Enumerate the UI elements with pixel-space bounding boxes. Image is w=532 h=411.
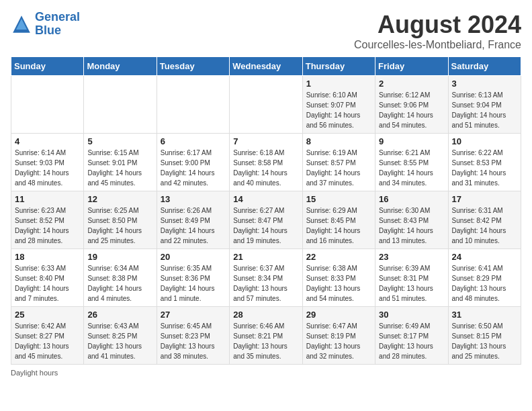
calendar-cell: 25Sunrise: 6:42 AMSunset: 8:27 PMDayligh… bbox=[11, 307, 84, 365]
day-info: Sunrise: 6:26 AMSunset: 8:49 PMDaylight:… bbox=[161, 205, 226, 246]
logo-icon bbox=[11, 13, 32, 35]
calendar-cell: 12Sunrise: 6:25 AMSunset: 8:50 PMDayligh… bbox=[84, 191, 157, 249]
day-info: Sunrise: 6:12 AMSunset: 9:06 PMDaylight:… bbox=[379, 90, 444, 130]
calendar-cell: 6Sunrise: 6:17 AMSunset: 9:00 PMDaylight… bbox=[157, 134, 229, 191]
day-header-thursday: Thursday bbox=[302, 57, 375, 76]
day-info: Sunrise: 6:37 AMSunset: 8:34 PMDaylight:… bbox=[233, 263, 298, 304]
day-number: 19 bbox=[87, 252, 152, 262]
calendar-cell: 7Sunrise: 6:18 AMSunset: 8:58 PMDaylight… bbox=[230, 134, 302, 191]
day-number: 10 bbox=[452, 136, 517, 146]
day-number: 3 bbox=[452, 79, 517, 89]
day-info: Sunrise: 6:29 AMSunset: 8:45 PMDaylight:… bbox=[306, 205, 371, 246]
footer-label: Daylight hours bbox=[11, 369, 521, 377]
day-number: 2 bbox=[379, 79, 444, 89]
day-number: 5 bbox=[87, 136, 152, 146]
calendar-cell: 14Sunrise: 6:27 AMSunset: 8:47 PMDayligh… bbox=[230, 191, 302, 249]
calendar-cell: 23Sunrise: 6:39 AMSunset: 8:31 PMDayligh… bbox=[375, 249, 448, 307]
calendar-cell bbox=[157, 76, 229, 134]
day-number: 13 bbox=[161, 194, 226, 204]
calendar-cell: 18Sunrise: 6:33 AMSunset: 8:40 PMDayligh… bbox=[11, 249, 84, 307]
calendar-cell bbox=[230, 76, 302, 134]
month-title: August 2024 bbox=[354, 11, 521, 39]
day-number: 1 bbox=[306, 79, 371, 89]
day-info: Sunrise: 6:14 AMSunset: 9:03 PMDaylight:… bbox=[15, 148, 80, 188]
day-number: 14 bbox=[233, 194, 298, 204]
calendar-cell: 24Sunrise: 6:41 AMSunset: 8:29 PMDayligh… bbox=[448, 249, 521, 307]
header-row: SundayMondayTuesdayWednesdayThursdayFrid… bbox=[11, 57, 521, 76]
day-header-monday: Monday bbox=[84, 57, 157, 76]
calendar-cell: 2Sunrise: 6:12 AMSunset: 9:06 PMDaylight… bbox=[375, 76, 448, 134]
day-info: Sunrise: 6:41 AMSunset: 8:29 PMDaylight:… bbox=[452, 263, 517, 304]
calendar-cell: 20Sunrise: 6:35 AMSunset: 8:36 PMDayligh… bbox=[157, 249, 229, 307]
calendar-cell: 9Sunrise: 6:21 AMSunset: 8:55 PMDaylight… bbox=[375, 134, 448, 191]
calendar-cell: 10Sunrise: 6:22 AMSunset: 8:53 PMDayligh… bbox=[448, 134, 521, 191]
day-number: 25 bbox=[15, 310, 80, 320]
calendar-cell: 8Sunrise: 6:19 AMSunset: 8:57 PMDaylight… bbox=[302, 134, 375, 191]
calendar-cell: 4Sunrise: 6:14 AMSunset: 9:03 PMDaylight… bbox=[11, 134, 84, 191]
day-number: 20 bbox=[161, 252, 226, 262]
day-number: 9 bbox=[379, 136, 444, 146]
day-info: Sunrise: 6:39 AMSunset: 8:31 PMDaylight:… bbox=[379, 263, 444, 304]
day-number: 17 bbox=[452, 194, 517, 204]
calendar-cell: 3Sunrise: 6:13 AMSunset: 9:04 PMDaylight… bbox=[448, 76, 521, 134]
week-row-3: 11Sunrise: 6:23 AMSunset: 8:52 PMDayligh… bbox=[11, 191, 521, 249]
day-info: Sunrise: 6:30 AMSunset: 8:43 PMDaylight:… bbox=[379, 205, 444, 246]
day-number: 29 bbox=[306, 310, 371, 320]
calendar-table: SundayMondayTuesdayWednesdayThursdayFrid… bbox=[11, 56, 521, 365]
day-info: Sunrise: 6:34 AMSunset: 8:38 PMDaylight:… bbox=[87, 263, 152, 304]
day-info: Sunrise: 6:45 AMSunset: 8:23 PMDaylight:… bbox=[161, 321, 226, 361]
day-header-friday: Friday bbox=[375, 57, 448, 76]
calendar-cell: 11Sunrise: 6:23 AMSunset: 8:52 PMDayligh… bbox=[11, 191, 84, 249]
day-info: Sunrise: 6:25 AMSunset: 8:50 PMDaylight:… bbox=[87, 205, 152, 246]
week-row-4: 18Sunrise: 6:33 AMSunset: 8:40 PMDayligh… bbox=[11, 249, 521, 307]
day-info: Sunrise: 6:15 AMSunset: 9:01 PMDaylight:… bbox=[87, 148, 152, 188]
calendar-cell: 5Sunrise: 6:15 AMSunset: 9:01 PMDaylight… bbox=[84, 134, 157, 191]
day-number: 15 bbox=[306, 194, 371, 204]
calendar-cell: 16Sunrise: 6:30 AMSunset: 8:43 PMDayligh… bbox=[375, 191, 448, 249]
calendar-cell: 27Sunrise: 6:45 AMSunset: 8:23 PMDayligh… bbox=[157, 307, 229, 365]
calendar-cell: 21Sunrise: 6:37 AMSunset: 8:34 PMDayligh… bbox=[230, 249, 302, 307]
day-info: Sunrise: 6:13 AMSunset: 9:04 PMDaylight:… bbox=[452, 90, 517, 130]
day-info: Sunrise: 6:47 AMSunset: 8:19 PMDaylight:… bbox=[306, 321, 371, 361]
calendar-cell: 19Sunrise: 6:34 AMSunset: 8:38 PMDayligh… bbox=[84, 249, 157, 307]
calendar-cell: 13Sunrise: 6:26 AMSunset: 8:49 PMDayligh… bbox=[157, 191, 229, 249]
day-number: 31 bbox=[452, 310, 517, 320]
day-number: 6 bbox=[161, 136, 226, 146]
day-info: Sunrise: 6:18 AMSunset: 8:58 PMDaylight:… bbox=[233, 148, 298, 188]
day-number: 30 bbox=[379, 310, 444, 320]
logo-blue: Blue bbox=[35, 24, 61, 37]
day-number: 12 bbox=[87, 194, 152, 204]
day-number: 23 bbox=[379, 252, 444, 262]
day-header-wednesday: Wednesday bbox=[230, 57, 302, 76]
calendar-cell: 17Sunrise: 6:31 AMSunset: 8:42 PMDayligh… bbox=[448, 191, 521, 249]
day-info: Sunrise: 6:10 AMSunset: 9:07 PMDaylight:… bbox=[306, 90, 371, 130]
day-number: 27 bbox=[161, 310, 226, 320]
day-number: 28 bbox=[233, 310, 298, 320]
day-header-sunday: Sunday bbox=[11, 57, 84, 76]
location-title: Courcelles-les-Montbeliard, France bbox=[354, 39, 521, 51]
day-number: 11 bbox=[15, 194, 80, 204]
day-info: Sunrise: 6:38 AMSunset: 8:33 PMDaylight:… bbox=[306, 263, 371, 304]
calendar-cell bbox=[84, 76, 157, 134]
day-number: 7 bbox=[233, 136, 298, 146]
calendar-cell bbox=[11, 76, 84, 134]
day-number: 16 bbox=[379, 194, 444, 204]
title-block: August 2024 Courcelles-les-Montbeliard, … bbox=[354, 11, 521, 51]
day-header-saturday: Saturday bbox=[448, 57, 521, 76]
day-info: Sunrise: 6:22 AMSunset: 8:53 PMDaylight:… bbox=[452, 148, 517, 188]
day-number: 8 bbox=[306, 136, 371, 146]
day-info: Sunrise: 6:50 AMSunset: 8:15 PMDaylight:… bbox=[452, 321, 517, 361]
day-number: 18 bbox=[15, 252, 80, 262]
calendar-cell: 1Sunrise: 6:10 AMSunset: 9:07 PMDaylight… bbox=[302, 76, 375, 134]
day-info: Sunrise: 6:17 AMSunset: 9:00 PMDaylight:… bbox=[161, 148, 226, 188]
calendar-cell: 29Sunrise: 6:47 AMSunset: 8:19 PMDayligh… bbox=[302, 307, 375, 365]
week-row-1: 1Sunrise: 6:10 AMSunset: 9:07 PMDaylight… bbox=[11, 76, 521, 134]
day-number: 21 bbox=[233, 252, 298, 262]
day-info: Sunrise: 6:42 AMSunset: 8:27 PMDaylight:… bbox=[15, 321, 80, 361]
day-info: Sunrise: 6:33 AMSunset: 8:40 PMDaylight:… bbox=[15, 263, 80, 304]
logo: General Blue bbox=[11, 11, 80, 38]
page-header: General Blue August 2024 Courcelles-les-… bbox=[11, 11, 521, 51]
day-number: 24 bbox=[452, 252, 517, 262]
logo-general: General bbox=[35, 10, 80, 24]
week-row-5: 25Sunrise: 6:42 AMSunset: 8:27 PMDayligh… bbox=[11, 307, 521, 365]
